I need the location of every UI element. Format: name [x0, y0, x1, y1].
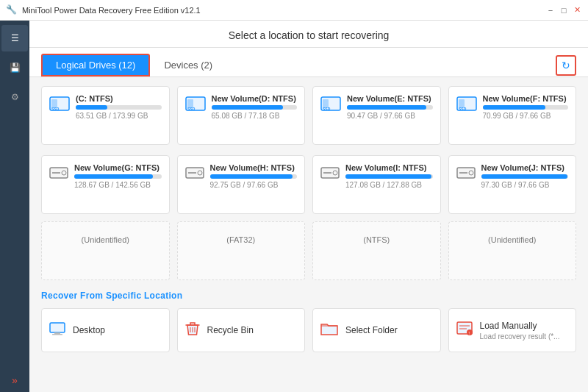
content-area: Select a location to start recovering Lo… [29, 21, 588, 392]
drive-name-d: New Volume(D: NTFS) [212, 94, 298, 103]
hdd-icon-j [456, 165, 476, 185]
drive-name-g: New Volume(G: NTFS) [74, 163, 162, 172]
ssd-icon-e: SSD [320, 96, 341, 116]
svg-text:SSD: SSD [51, 107, 60, 111]
expand-button[interactable]: » [12, 374, 18, 386]
drive-info-g: New Volume(G: NTFS) 128.67 GB / 142.56 G… [74, 163, 162, 189]
titlebar: 🔧 MiniTool Power Data Recovery Free Edit… [0, 0, 588, 21]
svg-rect-24 [50, 323, 65, 332]
empty-drive-2[interactable]: (FAT32) [177, 221, 306, 280]
drives-grid-ssd: SSD (C: NTFS) 63.51 GB / 173.99 GB [41, 86, 576, 145]
content-header: Select a location to start recovering [29, 21, 588, 48]
app-body: ☰ 💾 ⚙ » Select a location to start recov… [0, 21, 588, 392]
desktop-card[interactable]: Desktop [41, 308, 170, 352]
drive-info-h: New Volume(H: NTFS) 92.75 GB / 97.66 GB [210, 163, 298, 189]
settings-icon: ⚙ [11, 92, 19, 102]
empty-drive-1[interactable]: (Unidentified) [41, 221, 170, 280]
svg-text:↑: ↑ [467, 330, 470, 335]
tab-devices[interactable]: Devices (2) [150, 54, 226, 76]
select-folder-card[interactable]: Select Folder [312, 308, 441, 352]
recycle-label: Recycle Bin [207, 325, 254, 335]
tab-logical-drives[interactable]: Logical Drives (12) [41, 54, 150, 76]
desktop-label: Desktop [73, 325, 105, 335]
close-button[interactable]: ✕ [572, 5, 582, 15]
empty-label-1: (Unidentified) [49, 229, 162, 247]
refresh-icon: ↻ [562, 60, 570, 71]
folder-icon [320, 321, 338, 340]
sidebar-item-home[interactable]: ☰ [1, 25, 28, 51]
svg-text:SSD: SSD [459, 107, 467, 111]
drive-card-h[interactable]: New Volume(H: NTFS) 92.75 GB / 97.66 GB [177, 155, 306, 214]
sidebar-item-settings[interactable]: ⚙ [1, 84, 28, 110]
tabs-bar: Logical Drives (12) Devices (2) ↻ [29, 48, 588, 77]
drive-info-f: New Volume(F: NTFS) 70.99 GB / 97.66 GB [483, 94, 569, 120]
minimize-button[interactable]: − [545, 5, 556, 15]
ssd-icon-c: SSD [49, 96, 70, 116]
drive-size-c: 63.51 GB / 173.99 GB [76, 112, 162, 120]
app-title: MiniTool Power Data Recovery Free Editio… [22, 6, 545, 15]
drive-info-e: New Volume(E: NTFS) 90.47 GB / 97.66 GB [347, 94, 433, 120]
ssd-icon-d: SSD [185, 96, 206, 116]
drive-info-j: New Volume(J: NTFS) 97.30 GB / 97.66 GB [481, 163, 569, 189]
home-icon: ☰ [11, 33, 19, 43]
svg-text:SSD: SSD [187, 107, 196, 111]
drives-grid-hdd: New Volume(G: NTFS) 128.67 GB / 142.56 G… [41, 155, 576, 214]
hdd-icon-i [320, 165, 340, 185]
select-folder-label-wrap: Select Folder [345, 325, 398, 335]
app-icon: 🔧 [6, 4, 18, 16]
load-manually-card[interactable]: ↑ Load Manually Load recovery result (*.… [448, 308, 577, 352]
ssd-icon-f: SSD [456, 96, 477, 116]
desktop-icon [49, 322, 65, 339]
empty-drive-4[interactable]: (Unidentified) [448, 221, 577, 280]
drive-card-c[interactable]: SSD (C: NTFS) 63.51 GB / 173.99 GB [41, 86, 170, 145]
sidebar-bottom: » [12, 374, 18, 392]
load-manually-label: Load Manually [480, 321, 560, 331]
drive-bar-bg-c [76, 105, 162, 110]
drives-grid-empty: (Unidentified) (FAT32) (NTFS) (Unidentif… [41, 221, 576, 280]
maximize-button[interactable]: □ [559, 5, 569, 15]
recycle-card[interactable]: Recycle Bin [177, 308, 306, 352]
svg-text:SSD: SSD [323, 107, 331, 111]
hdd-icon-g [49, 165, 68, 185]
sidebar: ☰ 💾 ⚙ » [0, 21, 29, 392]
drive-bar-fill-c [76, 105, 107, 110]
drive-card-j[interactable]: New Volume(J: NTFS) 97.30 GB / 97.66 GB [448, 155, 577, 214]
empty-label-2: (FAT32) [185, 229, 298, 247]
drive-info-c: (C: NTFS) 63.51 GB / 173.99 GB [76, 94, 162, 120]
empty-label-4: (Unidentified) [456, 229, 569, 247]
window-controls: − □ ✕ [545, 5, 582, 15]
load-manually-sub: Load recovery result (*... [480, 332, 560, 341]
drive-card-g[interactable]: New Volume(G: NTFS) 128.67 GB / 142.56 G… [41, 155, 170, 214]
drive-name-j: New Volume(J: NTFS) [481, 163, 569, 172]
svg-rect-25 [54, 332, 60, 334]
recycle-icon [185, 321, 200, 341]
drive-name-c: (C: NTFS) [76, 94, 162, 103]
load-manually-label-wrap: Load Manually Load recovery result (*... [480, 321, 560, 341]
drive-card-d[interactable]: SSD New Volume(D: NTFS) 65.08 GB / 77.18… [177, 86, 306, 145]
svg-rect-26 [52, 334, 62, 335]
drive-name-h: New Volume(H: NTFS) [210, 163, 298, 172]
drive-info-i: New Volume(I: NTFS) 127.08 GB / 127.88 G… [345, 163, 433, 189]
main-scroll[interactable]: SSD (C: NTFS) 63.51 GB / 173.99 GB [29, 77, 588, 392]
drive-info-d: New Volume(D: NTFS) 65.08 GB / 77.18 GB [212, 94, 298, 120]
empty-drive-3[interactable]: (NTFS) [312, 221, 441, 280]
drive-name-e: New Volume(E: NTFS) [347, 94, 433, 103]
drive-card-e[interactable]: SSD New Volume(E: NTFS) 90.47 GB / 97.66… [312, 86, 441, 145]
drive-name-i: New Volume(I: NTFS) [345, 163, 433, 172]
desktop-label-wrap: Desktop [73, 325, 105, 335]
special-locations-grid: Desktop Recycle Bin Sele [41, 308, 576, 352]
header-subtitle: Select a location to start recovering [229, 29, 390, 41]
drive-icon: 💾 [10, 63, 21, 73]
recycle-label-wrap: Recycle Bin [207, 325, 254, 335]
hdd-icon-h [185, 165, 204, 185]
drive-name-f: New Volume(F: NTFS) [483, 94, 569, 103]
load-manually-icon: ↑ [456, 321, 473, 340]
section-title: Recover From Specific Location [41, 291, 576, 301]
sidebar-item-drive[interactable]: 💾 [1, 54, 28, 81]
drive-card-f[interactable]: SSD New Volume(F: NTFS) 70.99 GB / 97.66… [448, 86, 577, 145]
empty-label-3: (NTFS) [320, 229, 433, 247]
drive-card-i[interactable]: New Volume(I: NTFS) 127.08 GB / 127.88 G… [312, 155, 441, 214]
select-folder-label: Select Folder [345, 325, 398, 335]
refresh-button[interactable]: ↻ [556, 55, 576, 76]
